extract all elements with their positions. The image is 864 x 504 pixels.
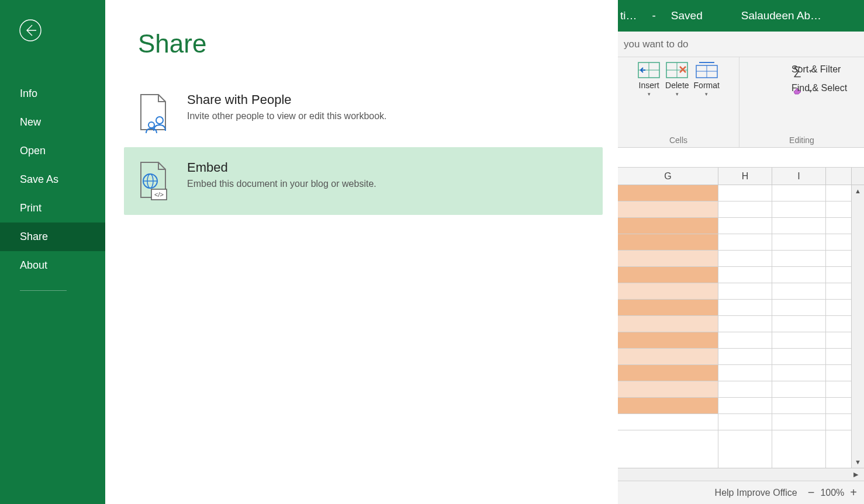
cell[interactable]: [618, 251, 718, 267]
cell[interactable]: [772, 267, 825, 283]
cell[interactable]: [618, 201, 718, 218]
scroll-down-icon[interactable]: ▼: [852, 456, 864, 468]
cell[interactable]: [718, 365, 772, 381]
zoom-level[interactable]: 100%: [820, 488, 844, 498]
horizontal-scrollbar[interactable]: ▶: [618, 468, 864, 481]
cell[interactable]: [718, 218, 772, 234]
cell[interactable]: [618, 300, 718, 316]
cell[interactable]: [718, 201, 772, 218]
cell[interactable]: [718, 234, 772, 251]
find-select-button[interactable]: Find & Select: [792, 83, 847, 93]
cell[interactable]: [772, 283, 825, 300]
share-with-people-text: Share with People Invite other people to…: [187, 92, 387, 121]
cell[interactable]: [718, 185, 772, 201]
sort-filter-button[interactable]: Sort & Filter: [792, 64, 847, 75]
cell[interactable]: [772, 365, 825, 381]
cell[interactable]: [826, 398, 851, 414]
cell[interactable]: [618, 414, 718, 430]
embed-title: Embed: [187, 160, 376, 175]
status-bar: Help Improve Office − 100% +: [618, 481, 864, 504]
help-improve-office-link[interactable]: Help Improve Office: [715, 488, 797, 498]
cell[interactable]: [772, 381, 825, 398]
cell[interactable]: [772, 300, 825, 316]
formula-bar-area[interactable]: [618, 148, 864, 168]
cell[interactable]: [718, 251, 772, 267]
cell[interactable]: [618, 283, 718, 300]
cell[interactable]: [718, 381, 772, 398]
cell[interactable]: [618, 316, 718, 332]
cell[interactable]: [772, 316, 825, 332]
cell[interactable]: [718, 414, 772, 430]
cell[interactable]: [718, 267, 772, 283]
share-with-people-option[interactable]: Share with People Invite other people to…: [124, 79, 603, 147]
sidebar-item-share[interactable]: Share: [0, 223, 105, 251]
cell[interactable]: [718, 300, 772, 316]
cell[interactable]: [772, 234, 825, 251]
cell[interactable]: [618, 365, 718, 381]
cell[interactable]: [772, 218, 825, 234]
column-header-i[interactable]: I: [772, 168, 826, 185]
cell[interactable]: [772, 332, 825, 349]
spreadsheet-grid[interactable]: ▲ ▼: [618, 185, 864, 468]
cell[interactable]: [618, 267, 718, 283]
scroll-right-icon[interactable]: ▶: [850, 471, 862, 478]
cell[interactable]: [826, 316, 851, 332]
zoom-in-button[interactable]: +: [850, 486, 857, 499]
cell[interactable]: [826, 300, 851, 316]
scroll-up-icon[interactable]: ▲: [852, 185, 864, 197]
back-button[interactable]: [16, 16, 44, 44]
cell[interactable]: [826, 234, 851, 251]
delete-button[interactable]: Delete ▾: [665, 61, 689, 97]
vertical-scrollbar[interactable]: ▲ ▼: [851, 185, 864, 468]
cell[interactable]: [826, 251, 851, 267]
column-header-h[interactable]: H: [718, 168, 772, 185]
cell[interactable]: [772, 185, 825, 201]
cell[interactable]: [826, 414, 851, 430]
cell[interactable]: [826, 365, 851, 381]
cell[interactable]: [618, 381, 718, 398]
embed-icon: </>: [136, 160, 171, 202]
cell[interactable]: [618, 234, 718, 251]
cell[interactable]: [718, 398, 772, 414]
insert-button[interactable]: Insert ▾: [637, 61, 661, 97]
cell[interactable]: [826, 283, 851, 300]
sidebar-item-save-as[interactable]: Save As: [0, 165, 105, 194]
backstage-sidebar: Info New Open Save As Print Share About: [0, 0, 105, 504]
cell[interactable]: [618, 398, 718, 414]
cell[interactable]: [618, 349, 718, 365]
sidebar-item-label: About: [20, 259, 47, 271]
cell[interactable]: [826, 185, 851, 201]
cell[interactable]: [772, 414, 825, 430]
sidebar-item-new[interactable]: New: [0, 108, 105, 137]
sidebar-item-info[interactable]: Info: [0, 79, 105, 108]
sidebar-item-print[interactable]: Print: [0, 194, 105, 223]
cell[interactable]: [826, 201, 851, 218]
embed-text: Embed Embed this document in your blog o…: [187, 160, 376, 189]
cell[interactable]: [772, 398, 825, 414]
cell[interactable]: [826, 381, 851, 398]
column-header-g[interactable]: G: [618, 168, 718, 185]
signed-in-user[interactable]: Salaudeen Ab…: [741, 9, 821, 22]
cell[interactable]: [718, 332, 772, 349]
zoom-out-button[interactable]: −: [808, 486, 815, 499]
cell[interactable]: [718, 283, 772, 300]
cell[interactable]: [826, 267, 851, 283]
cell[interactable]: [772, 251, 825, 267]
cell[interactable]: [826, 332, 851, 349]
cell[interactable]: [718, 316, 772, 332]
cell[interactable]: [618, 332, 718, 349]
cell[interactable]: [718, 349, 772, 365]
sidebar-item-about[interactable]: About: [0, 251, 105, 280]
tell-me-search[interactable]: you want to do: [618, 32, 864, 57]
embed-option[interactable]: </> Embed Embed this document in your bl…: [124, 147, 603, 215]
cell[interactable]: [772, 201, 825, 218]
cell[interactable]: [772, 349, 825, 365]
cell[interactable]: [826, 218, 851, 234]
sidebar-item-open[interactable]: Open: [0, 137, 105, 165]
sidebar-item-label: Open: [20, 145, 46, 157]
insert-label: Insert: [639, 81, 659, 90]
cell[interactable]: [618, 185, 718, 201]
cell[interactable]: [618, 218, 718, 234]
cell[interactable]: [826, 349, 851, 365]
format-button[interactable]: Format ▾: [694, 61, 720, 97]
